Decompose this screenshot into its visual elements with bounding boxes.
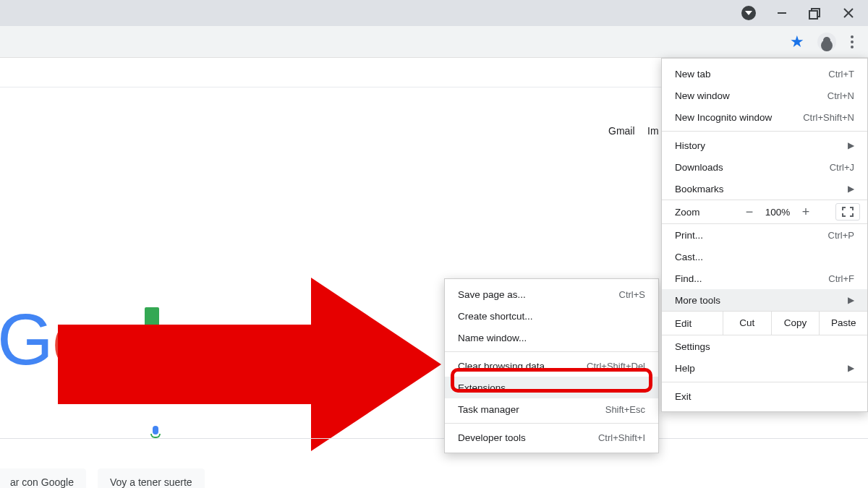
browser-toolbar: ★: [0, 26, 868, 58]
menu-label: Find...: [675, 273, 702, 284]
menu-item-exit[interactable]: Exit: [662, 385, 867, 407]
menu-label: Create shortcut...: [458, 311, 533, 322]
menu-item-new-window[interactable]: New window Ctrl+N: [662, 85, 867, 106]
menu-label: History: [675, 140, 705, 151]
menu-label: Developer tools: [458, 432, 526, 443]
menu-shortcut: Ctrl+Shift+I: [598, 432, 645, 443]
account-dropdown-icon[interactable]: [732, 0, 765, 26]
chrome-main-menu: New tab Ctrl+T New window Ctrl+N New Inc…: [661, 58, 868, 412]
edit-label: Edit: [675, 318, 723, 329]
menu-item-bookmarks[interactable]: Bookmarks ▶: [662, 178, 867, 200]
images-link[interactable]: Im: [647, 125, 659, 137]
menu-shortcut: Ctrl+Shift+N: [803, 112, 854, 123]
menu-item-more-tools[interactable]: More tools ▶: [662, 289, 867, 311]
menu-item-print[interactable]: Print... Ctrl+P: [662, 224, 867, 246]
menu-item-cast[interactable]: Cast...: [662, 246, 867, 267]
menu-shortcut: Shift+Esc: [605, 404, 645, 415]
window-titlebar: [0, 0, 868, 26]
menu-item-settings[interactable]: Settings: [662, 335, 867, 357]
menu-label: Bookmarks: [675, 184, 724, 194]
menu-item-extensions[interactable]: Extensions: [445, 377, 658, 398]
menu-separator: [662, 131, 867, 132]
menu-shortcut: Ctrl+N: [827, 90, 854, 101]
menu-label: Save page as...: [458, 289, 526, 300]
menu-shortcut: Ctrl+Shift+Del: [587, 361, 645, 372]
fullscreen-button[interactable]: [835, 203, 860, 221]
menu-label: Exit: [675, 391, 692, 402]
chrome-menu-button[interactable]: [849, 35, 855, 48]
menu-item-new-incognito[interactable]: New Incognito window Ctrl+Shift+N: [662, 106, 867, 128]
menu-item-new-tab[interactable]: New tab Ctrl+T: [662, 63, 867, 85]
menu-label: Cast...: [675, 252, 703, 262]
menu-item-developer-tools[interactable]: Developer tools Ctrl+Shift+I: [445, 427, 658, 448]
edit-copy-button[interactable]: Copy: [771, 311, 820, 335]
annotation-red-arrow: [58, 278, 448, 451]
window-minimize-button[interactable]: [765, 0, 799, 26]
edit-paste-button[interactable]: Paste: [819, 311, 867, 335]
zoom-out-button[interactable]: −: [739, 205, 760, 220]
window-close-button[interactable]: [832, 0, 865, 26]
menu-label: Task manager: [458, 404, 519, 415]
menu-item-find[interactable]: Find... Ctrl+F: [662, 267, 867, 289]
gmail-link[interactable]: Gmail: [608, 125, 635, 137]
menu-separator: [662, 382, 867, 382]
menu-label: New window: [675, 90, 730, 101]
menu-label: More tools: [675, 295, 720, 306]
menu-item-name-window[interactable]: Name window...: [445, 327, 658, 348]
menu-item-downloads[interactable]: Downloads Ctrl+J: [662, 156, 867, 178]
chevron-right-icon: ▶: [848, 140, 854, 150]
menu-item-clear-browsing-data[interactable]: Clear browsing data... Ctrl+Shift+Del: [445, 355, 658, 377]
google-search-button[interactable]: ar con Google: [0, 468, 86, 488]
menu-shortcut: Ctrl+T: [828, 69, 854, 80]
menu-label: Extensions: [458, 382, 506, 393]
menu-label: Clear browsing data...: [458, 361, 553, 372]
menu-shortcut: Ctrl+F: [828, 273, 854, 284]
menu-item-zoom: Zoom − 100% +: [662, 200, 867, 224]
menu-shortcut: Ctrl+J: [830, 162, 854, 173]
zoom-value: 100%: [760, 207, 795, 218]
menu-item-history[interactable]: History ▶: [662, 134, 867, 156]
menu-separator: [445, 423, 658, 424]
menu-shortcut: Ctrl+S: [619, 289, 645, 300]
zoom-in-button[interactable]: +: [795, 205, 817, 220]
feeling-lucky-button[interactable]: Voy a tener suerte: [98, 468, 205, 488]
menu-label: Downloads: [675, 162, 723, 173]
menu-label: Help: [675, 363, 695, 374]
menu-item-help[interactable]: Help ▶: [662, 357, 867, 379]
menu-separator: [445, 351, 658, 352]
edit-cut-button[interactable]: Cut: [723, 311, 771, 335]
menu-label: Settings: [675, 341, 710, 352]
menu-item-save-page-as[interactable]: Save page as... Ctrl+S: [445, 283, 658, 305]
menu-label: New tab: [675, 69, 711, 80]
profile-avatar-icon[interactable]: [817, 33, 836, 51]
chevron-right-icon: ▶: [848, 363, 854, 373]
menu-shortcut: Ctrl+P: [828, 230, 854, 241]
menu-item-task-manager[interactable]: Task manager Shift+Esc: [445, 398, 658, 420]
microphone-icon[interactable]: [150, 426, 161, 439]
chevron-right-icon: ▶: [848, 295, 854, 305]
divider: [0, 438, 868, 439]
menu-item-create-shortcut[interactable]: Create shortcut...: [445, 305, 658, 327]
window-maximize-button[interactable]: [799, 0, 832, 26]
more-tools-submenu: Save page as... Ctrl+S Create shortcut..…: [444, 278, 659, 453]
menu-item-edit: Edit Cut Copy Paste: [662, 311, 867, 335]
menu-label: Print...: [675, 230, 703, 241]
bookmark-star-icon[interactable]: ★: [790, 33, 804, 51]
menu-label: Name window...: [458, 333, 527, 343]
zoom-label: Zoom: [675, 207, 739, 218]
chevron-right-icon: ▶: [848, 184, 854, 194]
menu-label: New Incognito window: [675, 112, 772, 123]
